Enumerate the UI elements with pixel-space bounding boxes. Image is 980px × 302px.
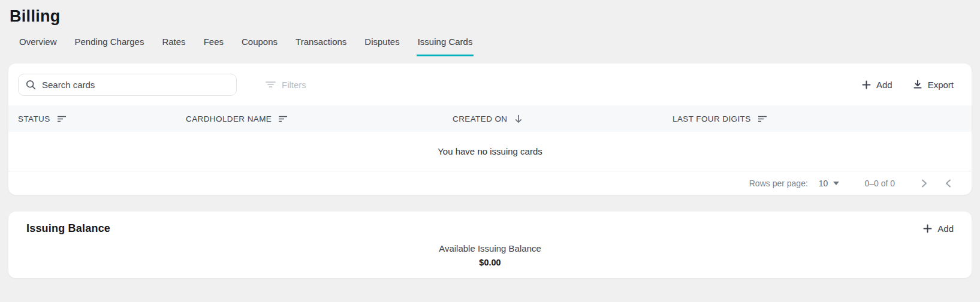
tab-bar: Overview Pending Charges Rates Fees Coup…	[8, 33, 972, 56]
triangle-down-icon	[833, 182, 839, 185]
available-balance-label: Available Issuing Balance	[439, 243, 541, 253]
cards-toolbar: Filters Add	[8, 64, 972, 105]
export-button[interactable]: Export	[913, 80, 954, 90]
column-label: CARDHOLDER NAME	[186, 114, 272, 123]
balance-header: Issuing Balance Add	[26, 222, 954, 235]
search-icon	[26, 80, 36, 90]
pagination-range: 0–0 of 0	[864, 179, 895, 188]
rows-per-page-value: 10	[819, 179, 828, 188]
filters-label: Filters	[282, 80, 306, 90]
tab-overview[interactable]: Overview	[18, 33, 58, 56]
prev-page-button[interactable]	[943, 177, 954, 190]
table-empty-state: You have no issuing cards	[8, 132, 972, 171]
next-page-button[interactable]	[919, 177, 930, 190]
add-card-button[interactable]: Add	[862, 80, 892, 90]
tab-rates[interactable]: Rates	[161, 33, 186, 56]
balance-title: Issuing Balance	[26, 222, 110, 235]
column-header-created-on[interactable]: CREATED ON	[453, 114, 673, 123]
column-label: STATUS	[18, 114, 50, 123]
tab-disputes[interactable]: Disputes	[363, 33, 400, 56]
rows-per-page-select[interactable]: 10	[819, 179, 840, 188]
add-label: Add	[876, 80, 892, 90]
empty-message: You have no issuing cards	[438, 146, 542, 156]
table-header-row: STATUS CARDHOLDER NAME	[8, 105, 972, 132]
tab-coupons[interactable]: Coupons	[240, 33, 279, 56]
pagination-bar: Rows per page: 10 0–0 of 0	[8, 171, 972, 195]
tab-pending-charges[interactable]: Pending Charges	[74, 33, 146, 56]
export-label: Export	[928, 80, 954, 90]
filter-icon	[266, 80, 276, 89]
tab-transactions[interactable]: Transactions	[294, 33, 348, 56]
page-title: Billing	[10, 7, 972, 26]
issuing-cards-panel: Filters Add	[8, 64, 972, 195]
balance-body: Available Issuing Balance $0.00	[26, 243, 954, 267]
available-balance-value: $0.00	[479, 258, 500, 267]
tab-issuing-cards[interactable]: Issuing Cards	[417, 33, 474, 56]
download-icon	[913, 80, 922, 89]
rows-per-page-label: Rows per page:	[749, 179, 808, 188]
sort-descending-icon	[514, 114, 523, 123]
column-header-status[interactable]: STATUS	[18, 114, 186, 123]
plus-icon	[862, 80, 871, 89]
sort-icon	[57, 116, 67, 122]
column-label: CREATED ON	[453, 114, 508, 123]
filters-button[interactable]: Filters	[266, 80, 306, 90]
add-label: Add	[937, 224, 954, 234]
tab-fees[interactable]: Fees	[203, 33, 225, 56]
column-label: LAST FOUR DIGITS	[673, 114, 751, 123]
issuing-balance-panel: Issuing Balance Add Available Issuing Ba…	[8, 212, 972, 278]
sort-icon	[278, 116, 288, 122]
add-balance-button[interactable]: Add	[923, 224, 954, 234]
search-input[interactable]	[42, 80, 229, 90]
column-header-last-four-digits[interactable]: LAST FOUR DIGITS	[673, 114, 972, 123]
search-box[interactable]	[18, 74, 237, 96]
chevron-left-icon	[945, 179, 951, 188]
column-header-cardholder-name[interactable]: CARDHOLDER NAME	[186, 114, 453, 123]
sort-icon	[758, 116, 767, 122]
plus-icon	[923, 224, 932, 233]
chevron-right-icon	[921, 179, 927, 188]
billing-page: Billing Overview Pending Charges Rates F…	[0, 0, 980, 278]
